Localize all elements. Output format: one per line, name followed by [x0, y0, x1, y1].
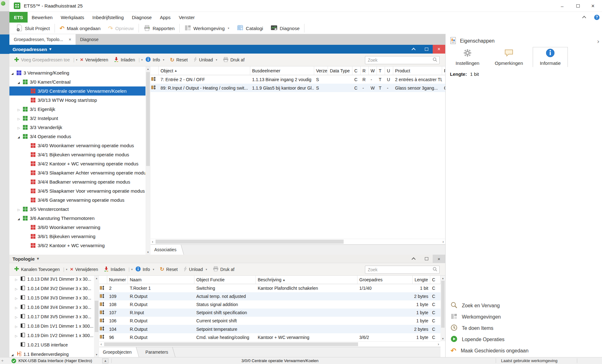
- status-expand-button[interactable]: ▲: [102, 358, 108, 363]
- collapse-ribbon-icon[interactable]: [579, 12, 590, 23]
- undo-button[interactable]: ↶ Maak ongedaan: [56, 23, 104, 33]
- expander-closed-icon[interactable]: [15, 305, 20, 310]
- topology-table-scrollbar[interactable]: ▴ ▾: [441, 276, 445, 341]
- scrollbar-thumb[interactable]: [95, 301, 98, 332]
- menu-werkplaats[interactable]: Werkplaats: [57, 12, 88, 23]
- unload-button[interactable]: Unload ▾: [193, 57, 217, 63]
- panel-maximize-button[interactable]: [420, 45, 433, 54]
- column-verzenden[interactable]: Verze: [314, 66, 328, 75]
- menu-venster[interactable]: Venster: [175, 12, 199, 23]
- scroll-right-icon[interactable]: ›: [438, 342, 439, 347]
- maximize-button[interactable]: [571, 1, 585, 11]
- menu-diagnose[interactable]: Diagnose: [128, 12, 156, 23]
- expander-closed-icon[interactable]: [18, 116, 22, 121]
- column-naam[interactable]: Naam: [128, 276, 194, 284]
- expander-closed-icon[interactable]: [18, 107, 22, 112]
- scrollbar-thumb[interactable]: [441, 281, 445, 328]
- expander-closed-icon[interactable]: [15, 286, 20, 291]
- column-object-functie[interactable]: Object Functie: [194, 276, 256, 284]
- scroll-up-icon[interactable]: ▴: [441, 277, 445, 280]
- link-lopende-operaties[interactable]: Lopende Operaties: [446, 334, 602, 345]
- search-icon[interactable]: [433, 57, 439, 63]
- tree-item[interactable]: 1.0.13 DIM 3V1 Dimmer 3 x 30...: [9, 276, 94, 284]
- panel-collapse-button[interactable]: [408, 45, 420, 54]
- expander-closed-icon[interactable]: [18, 206, 22, 212]
- info-button[interactable]: Info ▾: [145, 57, 164, 63]
- menu-ets[interactable]: ETS: [9, 12, 28, 23]
- tab-diagnose[interactable]: Diagnose: [76, 34, 103, 45]
- column-object[interactable]: Object▲: [159, 66, 250, 75]
- column-c-flag[interactable]: C: [430, 276, 441, 284]
- column-c-flag[interactable]: C: [352, 66, 361, 75]
- close-button[interactable]: ×: [586, 1, 600, 11]
- reports-button[interactable]: Rapporten: [140, 23, 178, 33]
- expander-closed-icon[interactable]: [15, 277, 20, 282]
- tree-item[interactable]: 3/3 Veranderlijk: [9, 123, 145, 132]
- menu-bewerken[interactable]: Bewerken: [28, 12, 57, 23]
- topology-tree-scrollbar[interactable]: ▴ ▾: [94, 276, 99, 357]
- tree-item[interactable]: 3/1 Eigenlijk: [9, 105, 145, 114]
- panel-dropdown-icon[interactable]: ▼: [37, 257, 39, 260]
- tree-item[interactable]: 3/5 Venstercontact: [9, 205, 145, 214]
- scroll-down-icon[interactable]: ▾: [94, 353, 99, 356]
- expander-closed-icon[interactable]: [15, 333, 20, 338]
- column-w-flag[interactable]: W: [369, 66, 377, 75]
- panel-dropdown-icon[interactable]: ▼: [49, 48, 51, 51]
- workspace-button[interactable]: Werkomgeving ▾: [181, 23, 233, 33]
- reset-button[interactable]: ↻ Reset: [160, 267, 178, 272]
- desktop-icon[interactable]: [1, 1, 5, 6]
- help-icon[interactable]: ?: [590, 12, 602, 23]
- column-lengte[interactable]: Lengte: [413, 276, 430, 284]
- tree-item[interactable]: 1.0.18 Dim 1V1 Dimmer 1 x 300...: [9, 321, 94, 331]
- redo-button[interactable]: ↷ Opnieuw: [104, 23, 138, 33]
- close-project-button[interactable]: Sluit Project: [13, 23, 54, 33]
- reset-button[interactable]: ↻ Reset: [170, 57, 188, 63]
- column-nummer[interactable]: Nummer: [107, 276, 128, 284]
- link-zoek-en-vervang[interactable]: Zoek en Vervang: [446, 300, 602, 311]
- table-row[interactable]: 106 R.Output Current setpoint shift 1 by…: [99, 317, 441, 325]
- tree-item[interactable]: 3/4/6 Garage verwarming operatie modus: [9, 195, 145, 205]
- tree-item[interactable]: 3/4/2 Kantoor + WC verwarming operatie m…: [9, 159, 145, 168]
- diagnose-button[interactable]: Diagnose: [267, 23, 303, 33]
- expander-closed-icon[interactable]: [15, 324, 20, 329]
- group-panel-header[interactable]: Groepadressen ▼ ×: [9, 45, 445, 54]
- minimize-button[interactable]: –: [555, 1, 569, 11]
- expander-open-icon[interactable]: [18, 79, 22, 85]
- add-group-addresses-button[interactable]: Voeg Groepadressen toe: [14, 57, 70, 63]
- panel-maximize-button[interactable]: [420, 255, 433, 263]
- tree-item[interactable]: 1.0.21 USB interface: [9, 340, 94, 350]
- tree-item[interactable]: 3/6/0 Woonkamer verwarming: [9, 223, 145, 232]
- panel-close-button[interactable]: ×: [433, 255, 445, 263]
- scroll-up-icon[interactable]: ▴: [94, 277, 99, 280]
- table-row[interactable]: 7: Entrée 2 - ON / OFF 1.1.13 Binaire in…: [150, 75, 445, 84]
- topology-panel-header[interactable]: Topologie ▼ ×: [9, 255, 445, 263]
- table-row[interactable]: 107 R.Input Setpoint shift specification…: [99, 309, 441, 317]
- scroll-right-icon[interactable]: ›: [442, 239, 444, 244]
- tree-item[interactable]: 3/4 Operatie modus: [9, 132, 145, 141]
- scrollbar-thumb[interactable]: [104, 342, 358, 346]
- workspace-status[interactable]: Laatst gebruikte werkomgeving: [501, 358, 557, 363]
- column-datatype[interactable]: Data Type: [328, 66, 352, 75]
- tree-item[interactable]: 3/4/4 Badkamer verwarming operatie modus: [9, 177, 145, 186]
- expander-closed-icon[interactable]: [15, 314, 20, 319]
- add-dropdown-icon[interactable]: ▾: [66, 268, 67, 271]
- scroll-left-icon[interactable]: ‹: [100, 342, 102, 347]
- menu-apps[interactable]: Apps: [156, 12, 175, 23]
- tree-item[interactable]: 1.0.19 Dim 1V2 Dimmer 1 x 300...: [9, 331, 94, 340]
- tree-item[interactable]: 3/6/2 Kantoor + WC verwarming: [9, 241, 145, 250]
- tab-groepobjecten[interactable]: Groepobjecten: [99, 347, 135, 357]
- tree-item[interactable]: 3/4/0 Woonkamer verwarming operatie modu…: [9, 141, 145, 150]
- group-search-input[interactable]: [365, 58, 433, 63]
- expander-open-icon[interactable]: [18, 134, 22, 139]
- tab-close-icon[interactable]: ×: [69, 37, 71, 42]
- tree-item[interactable]: 3/0 Kamer/Centraal: [9, 77, 145, 86]
- download-dropdown-icon[interactable]: ▾: [141, 58, 143, 61]
- panel-close-button[interactable]: ×: [433, 45, 445, 54]
- print-button[interactable]: Druk af: [213, 266, 235, 272]
- tree-item-selected[interactable]: 3/0/0 Centrale operatie Verwarmen/Koelen: [9, 86, 145, 96]
- expander-open-icon[interactable]: [18, 216, 22, 221]
- link-maak-geschiedenis-ongedaan[interactable]: ↶ Maak Geschiedenis ongedaan: [446, 345, 602, 356]
- tab-parameters[interactable]: Parameters: [142, 347, 171, 357]
- delete-button[interactable]: × Verwijderen: [70, 266, 98, 273]
- scrollbar-thumb[interactable]: [156, 240, 344, 244]
